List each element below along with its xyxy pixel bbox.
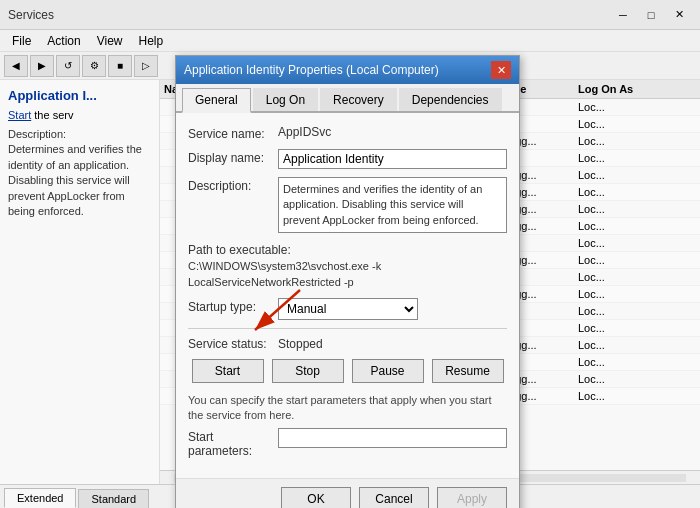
start-params-label: Start parameters: (188, 428, 278, 458)
startup-type-row: Startup type: Manual Automatic Automatic… (188, 298, 507, 320)
start-params-row: Start parameters: (188, 428, 507, 458)
service-status-row: Service status: Stopped (188, 337, 507, 351)
startup-type-label: Startup type: (188, 298, 278, 314)
modal-titlebar: Application Identity Properties (Local C… (176, 56, 519, 84)
tab-dependencies[interactable]: Dependencies (399, 88, 502, 111)
start-button[interactable]: Start (192, 359, 264, 383)
stop-button[interactable]: Stop (272, 359, 344, 383)
description-label: Description: (188, 177, 278, 193)
start-params-help-content: You can specify the start parameters tha… (188, 394, 491, 421)
service-name-row: Service name: AppIDSvc (188, 125, 507, 141)
service-status-label: Service status: (188, 337, 278, 351)
pause-button[interactable]: Pause (352, 359, 424, 383)
resume-button[interactable]: Resume (432, 359, 504, 383)
tab-logon[interactable]: Log On (253, 88, 318, 111)
properties-dialog: Application Identity Properties (Local C… (175, 55, 520, 508)
path-label: Path to executable: (188, 241, 507, 257)
path-row: Path to executable: C:\WINDOWS\system32\… (188, 241, 507, 290)
service-name-label: Service name: (188, 125, 278, 141)
cancel-button[interactable]: Cancel (359, 487, 429, 508)
display-name-label: Display name: (188, 149, 278, 165)
ok-button[interactable]: OK (281, 487, 351, 508)
modal-content: Service name: AppIDSvc Display name: Des… (176, 113, 519, 478)
modal-tab-bar: General Log On Recovery Dependencies (176, 84, 519, 113)
apply-button[interactable]: Apply (437, 487, 507, 508)
display-name-input[interactable] (278, 149, 507, 169)
start-params-input[interactable] (278, 428, 507, 448)
description-content: Determines and verifies the identity of … (283, 183, 482, 226)
modal-overlay: Application Identity Properties (Local C… (0, 0, 700, 508)
service-name-value: AppIDSvc (278, 125, 331, 139)
modal-close-button[interactable]: ✕ (491, 61, 511, 79)
divider (188, 328, 507, 329)
modal-footer: OK Cancel Apply (176, 478, 519, 508)
start-params-help-text: You can specify the start parameters tha… (188, 393, 507, 424)
description-row: Description: Determines and verifies the… (188, 177, 507, 233)
description-textarea[interactable]: Determines and verifies the identity of … (278, 177, 507, 233)
display-name-row: Display name: (188, 149, 507, 169)
startup-type-select[interactable]: Manual Automatic Automatic (Delayed Star… (278, 298, 418, 320)
service-status-value: Stopped (278, 337, 323, 351)
service-controls: Start Stop Pause Resume (188, 359, 507, 383)
modal-title: Application Identity Properties (Local C… (184, 63, 491, 77)
tab-general[interactable]: General (182, 88, 251, 113)
tab-recovery[interactable]: Recovery (320, 88, 397, 111)
path-value: C:\WINDOWS\system32\svchost.exe -k Local… (188, 259, 507, 290)
